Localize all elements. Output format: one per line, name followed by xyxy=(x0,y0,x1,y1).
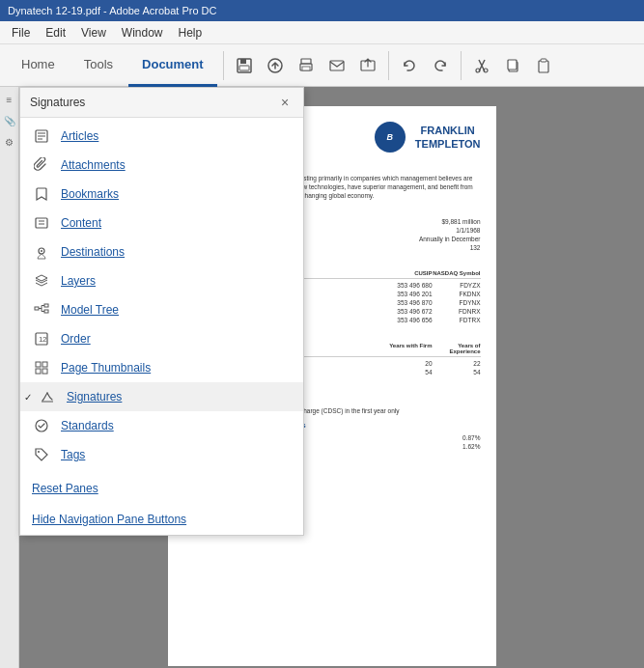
nav-icon-1[interactable]: ≡ xyxy=(1,91,18,108)
dropdown-panel: Signatures × Articles xyxy=(19,87,304,536)
sc-cusip-0: 353 496 680 xyxy=(365,282,433,289)
svg-rect-35 xyxy=(42,362,47,367)
sc-symbol-4: FDTRX xyxy=(433,317,481,323)
sc-header-3: NASDAQ Symbol xyxy=(433,270,481,276)
fm-firm-1: 54 xyxy=(365,369,433,376)
copy-icon[interactable] xyxy=(498,51,527,80)
svg-rect-7 xyxy=(330,61,344,70)
menu-item-model-tree[interactable]: Model Tree xyxy=(20,295,303,324)
menu-edit[interactable]: Edit xyxy=(38,24,73,42)
toolbar-divider-1 xyxy=(223,51,224,80)
nav-icon-2[interactable]: 📎 xyxy=(1,112,18,129)
menu-item-page-thumbnails[interactable]: Page Thumbnails xyxy=(20,353,303,382)
menu-list: Articles Attachments Bookmarks xyxy=(20,118,303,535)
signatures-label: Signatures xyxy=(67,390,122,404)
content-icon xyxy=(32,213,51,233)
fo-value-1: 1/1/1968 xyxy=(456,227,480,234)
menu-item-order[interactable]: 1 2 Order xyxy=(20,324,303,353)
toolbar: Home Tools Document xyxy=(0,44,644,87)
bookmarks-icon xyxy=(32,184,51,204)
sc-cusip-4: 353 496 656 xyxy=(365,317,433,323)
model-tree-icon xyxy=(32,300,51,320)
layers-label: Layers xyxy=(61,274,96,288)
layers-icon xyxy=(32,271,51,291)
destinations-icon xyxy=(32,242,51,262)
save-icon[interactable] xyxy=(230,51,259,80)
standards-label: Standards xyxy=(61,419,114,432)
menu-item-layers[interactable]: Layers xyxy=(20,266,303,295)
svg-rect-36 xyxy=(36,369,41,374)
signatures-checkmark: ✓ xyxy=(24,392,32,403)
reset-panes-action[interactable]: Reset Panes xyxy=(20,477,303,500)
nav-icon-3[interactable]: ⚙ xyxy=(1,133,18,151)
menu-item-signatures[interactable]: ✓ Signatures xyxy=(20,382,303,411)
svg-rect-13 xyxy=(539,61,548,72)
fm-firm-0: 20 xyxy=(365,360,433,367)
title-bar: Dynatech 12-19.pdf - Adobe Acrobat Pro D… xyxy=(0,0,644,21)
menu-item-content[interactable]: Content xyxy=(20,209,303,237)
exp-value-1: 1.62% xyxy=(462,443,480,450)
toolbar-divider-2 xyxy=(388,51,389,80)
menu-item-destinations[interactable]: Destinations xyxy=(20,237,303,266)
clipboard-icon[interactable] xyxy=(529,51,558,80)
sc-header-2: CUSIP xyxy=(365,270,433,276)
articles-label: Articles xyxy=(61,129,98,143)
fo-value-0: $9,881 million xyxy=(441,218,480,225)
model-tree-label: Model Tree xyxy=(61,303,119,317)
title-text: Dynatech 12-19.pdf - Adobe Acrobat Pro D… xyxy=(8,5,216,16)
menu-separator-2 xyxy=(20,500,303,508)
fo-value-2: Annually in December xyxy=(419,236,481,242)
svg-rect-26 xyxy=(44,310,48,313)
redo-icon[interactable] xyxy=(426,51,455,80)
ft-logo-text: FRANKLIN TEMPLETON xyxy=(415,124,481,152)
company-name-2: TEMPLETON xyxy=(415,137,481,151)
tab-home[interactable]: Home xyxy=(8,44,69,87)
svg-point-39 xyxy=(38,451,40,453)
menu-item-tags[interactable]: Tags xyxy=(20,440,303,469)
sc-symbol-0: FDYZX xyxy=(433,282,481,289)
menu-help[interactable]: Help xyxy=(171,24,210,42)
articles-icon xyxy=(32,126,51,146)
fm-exp-1: 54 xyxy=(433,369,481,376)
share-icon[interactable] xyxy=(353,51,382,80)
svg-rect-37 xyxy=(42,369,47,374)
hide-navigation-action[interactable]: Hide Navigation Pane Buttons xyxy=(20,508,303,531)
menu-item-articles[interactable]: Articles xyxy=(20,122,303,151)
attachments-icon xyxy=(32,155,51,175)
menu-item-bookmarks[interactable]: Bookmarks xyxy=(20,180,303,209)
sc-symbol-1: FKDNX xyxy=(433,291,481,297)
ft-logo-icon: B xyxy=(375,122,406,153)
reset-panes-label: Reset Panes xyxy=(32,482,98,495)
svg-rect-19 xyxy=(36,218,47,228)
menu-separator xyxy=(20,469,303,477)
cut-icon[interactable] xyxy=(467,51,496,80)
print-icon[interactable] xyxy=(292,51,321,80)
fm-header-2: Years with Firm xyxy=(365,343,433,354)
upload-icon[interactable] xyxy=(261,51,290,80)
menu-window[interactable]: Window xyxy=(114,24,171,42)
sc-symbol-2: FDYNX xyxy=(433,299,481,306)
menu-item-attachments[interactable]: Attachments xyxy=(20,151,303,180)
menu-item-standards[interactable]: Standards xyxy=(20,411,303,440)
bookmarks-label: Bookmarks xyxy=(61,187,119,201)
svg-rect-1 xyxy=(240,59,246,64)
svg-rect-2 xyxy=(239,66,249,70)
tags-label: Tags xyxy=(61,448,85,461)
undo-icon[interactable] xyxy=(395,51,424,80)
main-area: ≡ 📎 ⚙ Signatures × Articles xyxy=(0,87,644,668)
svg-text:2: 2 xyxy=(42,335,47,344)
svg-rect-24 xyxy=(35,307,39,310)
attachments-label: Attachments xyxy=(61,158,126,172)
svg-rect-34 xyxy=(36,362,41,367)
content-label: Content xyxy=(61,216,101,230)
tab-document[interactable]: Document xyxy=(128,44,217,87)
sc-symbol-3: FDNRX xyxy=(433,308,481,315)
destinations-label: Destinations xyxy=(61,245,125,259)
email-icon[interactable] xyxy=(322,51,351,80)
panel-close-button[interactable]: × xyxy=(276,94,294,111)
tab-tools[interactable]: Tools xyxy=(70,44,126,87)
fm-header-3: Years of Experience xyxy=(433,343,481,354)
menu-view[interactable]: View xyxy=(73,24,114,42)
toolbar-divider-3 xyxy=(461,51,462,80)
menu-file[interactable]: File xyxy=(4,24,38,42)
